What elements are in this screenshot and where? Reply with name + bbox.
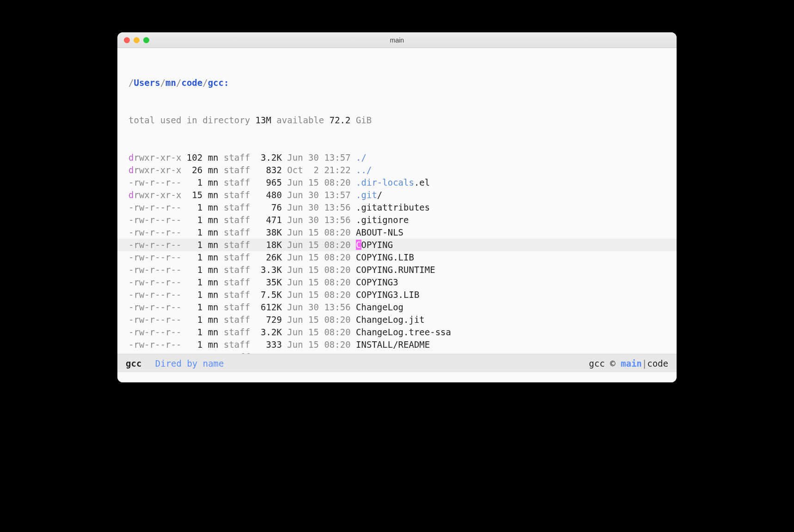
group: staff: [224, 327, 250, 337]
modeline: gcc Dired by name gcc © main|code: [117, 354, 677, 372]
link-count: 1: [187, 290, 202, 300]
permissions: rwxr-xr-x: [134, 190, 181, 200]
link-count: 1: [187, 327, 202, 337]
close-icon[interactable]: [124, 37, 130, 43]
dired-row[interactable]: -rw-r--r-- 1 mn staff 7.5K Jun 15 08:20 …: [117, 289, 677, 301]
dired-row[interactable]: -rw-r--r-- 1 mn staff 729 Jun 15 08:20 C…: [117, 314, 677, 326]
size: 35K: [256, 277, 282, 287]
month: Jun: [287, 190, 303, 200]
time: 08:20: [324, 277, 350, 287]
filename[interactable]: .gitignore: [356, 215, 409, 225]
owner: mn: [208, 327, 219, 337]
filename[interactable]: .git/: [356, 190, 382, 200]
dired-row[interactable]: -rw-r--r-- 1 mn staff 965 Jun 15 08:20 .…: [117, 176, 677, 189]
size: 18K: [256, 240, 282, 250]
filename[interactable]: MAINTAINERS: [356, 352, 414, 354]
link-count: 1: [187, 215, 202, 225]
month: Oct: [287, 165, 303, 175]
day: 2: [308, 165, 319, 175]
modeline-buffer-name[interactable]: gcc: [126, 358, 141, 369]
dired-row[interactable]: -rw-r--r-- 1 mn staff 76 Jun 30 13:56 .g…: [117, 201, 677, 214]
month: Jun: [287, 352, 303, 354]
filename[interactable]: COPYING.RUNTIME: [356, 265, 435, 275]
group: staff: [224, 152, 250, 163]
dired-row[interactable]: -rw-r--r-- 1 mn staff 38K Jun 15 08:20 A…: [117, 226, 677, 239]
link-count: 1: [187, 314, 202, 325]
filename[interactable]: ./: [356, 152, 366, 163]
filename[interactable]: ../: [356, 165, 372, 175]
dired-row[interactable]: drwxr-xr-x 15 mn staff 480 Jun 30 13:57 …: [117, 189, 677, 201]
size: 28K: [256, 352, 282, 354]
dired-row[interactable]: -rw-r--r-- 1 mn staff 3.3K Jun 15 08:20 …: [117, 264, 677, 276]
group: staff: [224, 290, 250, 300]
month: Jun: [287, 177, 303, 187]
minibuffer[interactable]: [117, 372, 677, 382]
filename[interactable]: INSTALL/README: [356, 339, 430, 350]
owner: mn: [208, 215, 219, 225]
filename[interactable]: COPYING.LIB: [356, 252, 414, 262]
titlebar: main: [117, 32, 677, 48]
filename[interactable]: COPYING3: [356, 277, 398, 287]
dired-row[interactable]: -rw-r--r-- 1 mn staff 471 Jun 30 13:56 .…: [117, 214, 677, 226]
link-count: 1: [187, 265, 202, 275]
owner: mn: [208, 152, 219, 163]
link-count: 1: [187, 202, 202, 212]
dired-row[interactable]: -rw-r--r-- 1 mn staff 28K Jun 30 13:56 M…: [117, 351, 677, 354]
dired-row[interactable]: -rw-r--r-- 1 mn staff 3.2K Jun 15 08:20 …: [117, 326, 677, 339]
month: Jun: [287, 152, 303, 163]
dired-row[interactable]: -rw-r--r-- 1 mn staff 35K Jun 15 08:20 C…: [117, 276, 677, 289]
time: 13:56: [324, 352, 350, 354]
size: 832: [256, 165, 282, 175]
link-count: 1: [187, 277, 202, 287]
group: staff: [224, 215, 250, 225]
month: Jun: [287, 277, 303, 287]
month: Jun: [287, 265, 303, 275]
dired-row[interactable]: -rw-r--r-- 1 mn staff 18K Jun 15 08:20 C…: [117, 239, 677, 251]
permissions: rw-r--r--: [134, 327, 181, 337]
filename[interactable]: ChangeLog: [356, 302, 403, 312]
time: 08:20: [324, 314, 350, 325]
modeline-major-mode[interactable]: Dired by name: [155, 358, 224, 369]
permissions: rwxr-xr-x: [134, 152, 181, 163]
dired-row[interactable]: -rw-r--r-- 1 mn staff 333 Jun 15 08:20 I…: [117, 339, 677, 351]
permissions: rw-r--r--: [134, 227, 181, 237]
filename[interactable]: COPYING: [356, 240, 393, 250]
size: 3.2K: [256, 327, 282, 337]
permissions: rw-r--r--: [134, 177, 181, 187]
permissions: rw-r--r--: [134, 339, 181, 350]
dir-flag: d: [128, 152, 134, 163]
permissions: rw-r--r--: [134, 215, 181, 225]
owner: mn: [208, 252, 219, 262]
filename[interactable]: .dir-locals.el: [356, 177, 430, 187]
maximize-icon[interactable]: [143, 37, 149, 43]
filename[interactable]: COPYING3.LIB: [356, 290, 419, 300]
permissions: rw-r--r--: [134, 302, 181, 312]
filename[interactable]: ChangeLog.tree-ssa: [356, 327, 451, 337]
dired-row[interactable]: -rw-r--r-- 1 mn staff 612K Jun 30 13:56 …: [117, 301, 677, 314]
owner: mn: [208, 190, 219, 200]
group: staff: [224, 352, 250, 354]
size: 7.5K: [256, 290, 282, 300]
time: 08:20: [324, 339, 350, 350]
size: 38K: [256, 227, 282, 237]
size: 333: [256, 339, 282, 350]
window-title: main: [117, 36, 677, 44]
owner: mn: [208, 165, 219, 175]
owner: mn: [208, 314, 219, 325]
dired-buffer[interactable]: /Users/mn/code/gcc: total used in direct…: [117, 48, 677, 354]
dired-row[interactable]: -rw-r--r-- 1 mn staff 26K Jun 15 08:20 C…: [117, 251, 677, 264]
filename[interactable]: ABOUT-NLS: [356, 227, 403, 237]
filename[interactable]: .gitattributes: [356, 202, 430, 212]
day: 15: [308, 290, 319, 300]
filename[interactable]: ChangeLog.jit: [356, 314, 425, 325]
group: staff: [224, 265, 250, 275]
dired-row[interactable]: drwxr-xr-x 102 mn staff 3.2K Jun 30 13:5…: [117, 151, 677, 164]
minimize-icon[interactable]: [134, 37, 140, 43]
size: 3.3K: [256, 265, 282, 275]
time: 08:20: [324, 240, 350, 250]
dired-summary: total used in directory 13M available 72…: [117, 114, 677, 127]
permissions: rwxr-xr-x: [134, 165, 181, 175]
dired-row[interactable]: drwxr-xr-x 26 mn staff 832 Oct 2 21:22 .…: [117, 164, 677, 176]
day: 30: [308, 352, 319, 354]
time: 08:20: [324, 252, 350, 262]
